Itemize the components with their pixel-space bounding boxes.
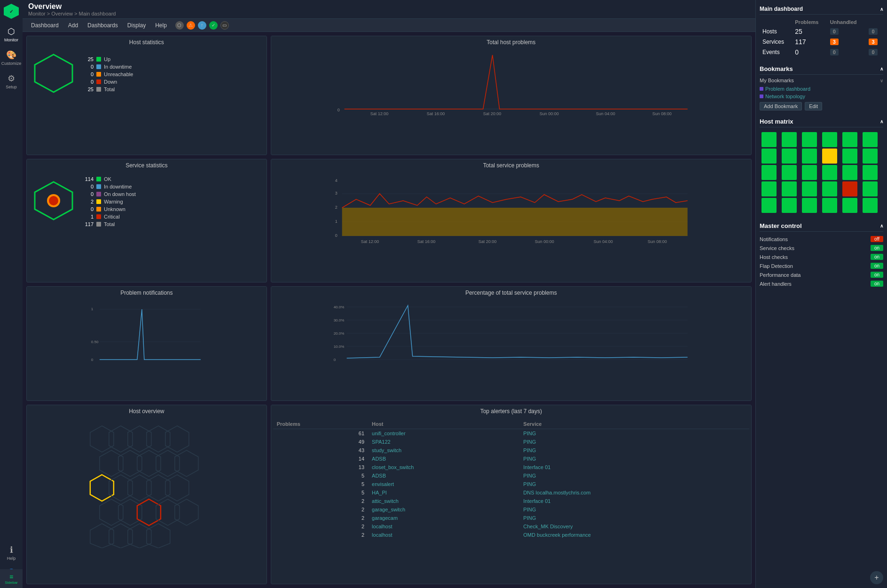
alerter-service[interactable]: DNS localha.mostlychris.com xyxy=(519,488,749,497)
matrix-cell[interactable] xyxy=(782,165,797,180)
nav-icon-2[interactable]: ⚠ xyxy=(187,21,195,30)
menu-help[interactable]: Help xyxy=(150,20,172,31)
host-stat-total: 25 Total xyxy=(82,86,133,93)
control-toggle[interactable]: off xyxy=(871,236,883,242)
matrix-cell[interactable] xyxy=(863,149,878,164)
logo-area[interactable]: ✓ xyxy=(2,2,21,21)
nav-icon-3[interactable]: ↑ xyxy=(198,21,206,30)
alerter-row: 2 garage_switch PING xyxy=(273,505,749,514)
matrix-cell[interactable] xyxy=(822,132,837,147)
nav-icon-1[interactable]: ⬡ xyxy=(175,21,184,30)
alerter-host[interactable]: HA_PI xyxy=(368,488,519,497)
matrix-cell[interactable] xyxy=(761,165,777,180)
nav-icon-4[interactable]: ✓ xyxy=(209,21,218,30)
matrix-cell[interactable] xyxy=(822,181,837,196)
matrix-cell[interactable] xyxy=(761,181,777,196)
alerter-row: 5 envisalert PING xyxy=(273,480,749,488)
menu-dashboard[interactable]: Dashboard xyxy=(26,20,63,31)
nav-icon-5[interactable]: ▭ xyxy=(220,21,229,30)
matrix-cell[interactable] xyxy=(761,132,777,147)
control-toggle[interactable]: on xyxy=(871,263,883,269)
alerters-tbody: 61 unifi_controller PING 49 SPA122 PING … xyxy=(273,429,749,539)
matrix-cell[interactable] xyxy=(802,165,817,180)
matrix-cell[interactable] xyxy=(802,181,817,196)
matrix-cell[interactable] xyxy=(863,181,878,196)
alerter-service[interactable]: OMD buckcreek performance xyxy=(519,531,749,539)
alerter-service[interactable]: Interface 01 xyxy=(519,497,749,505)
matrix-cell[interactable] xyxy=(842,198,857,213)
bookmark-problem-dashboard[interactable]: Problem dashboard xyxy=(760,85,883,93)
matrix-cell[interactable] xyxy=(802,132,817,147)
matrix-cell[interactable] xyxy=(802,149,817,164)
alerter-service[interactable]: PING xyxy=(519,480,749,488)
svg-marker-58 xyxy=(90,426,114,452)
alerter-service[interactable]: Interface 01 xyxy=(519,463,749,471)
alerter-service[interactable]: PING xyxy=(519,429,749,438)
bookmarks-dropdown-icon[interactable]: ∨ xyxy=(880,78,883,83)
control-row: Alert handlers on xyxy=(760,279,883,288)
alerter-service[interactable]: PING xyxy=(519,514,749,522)
host-matrix-chevron[interactable]: ∧ xyxy=(880,119,883,124)
host-stat-down: 0 Down xyxy=(82,78,133,86)
services-unhandled-badge: 3 xyxy=(869,39,877,45)
matrix-cell[interactable] xyxy=(761,198,777,213)
alerter-host[interactable]: unifi_controller xyxy=(368,429,519,438)
overview-chevron[interactable]: ∧ xyxy=(880,7,883,12)
service-stat-total: 117 Total xyxy=(82,220,136,228)
nav-item-setup[interactable]: ⚙ Setup xyxy=(0,70,23,93)
alerter-host[interactable]: ADSB xyxy=(368,455,519,463)
add-button[interactable]: + xyxy=(870,571,883,584)
alerter-host[interactable]: study_switch xyxy=(368,446,519,455)
matrix-cell[interactable] xyxy=(822,198,837,213)
nav-item-help[interactable]: ℹ Help xyxy=(0,541,23,564)
alerter-host[interactable]: garagecam xyxy=(368,514,519,522)
matrix-cell[interactable] xyxy=(842,132,857,147)
alerter-service[interactable]: PING xyxy=(519,471,749,480)
matrix-cell[interactable] xyxy=(782,149,797,164)
nav-item-customize[interactable]: 🎨 Customize xyxy=(0,46,23,70)
master-control-chevron[interactable]: ∧ xyxy=(880,223,883,228)
svg-marker-74 xyxy=(118,499,142,525)
bookmarks-chevron[interactable]: ∧ xyxy=(880,66,883,71)
matrix-cell[interactable] xyxy=(842,165,857,180)
master-control-rows: Notifications off Service checks on Host… xyxy=(760,235,883,288)
bookmark-network-topology[interactable]: Network topology xyxy=(760,93,883,100)
alerter-host[interactable]: ADSB xyxy=(368,471,519,480)
alerter-host[interactable]: attic_switch xyxy=(368,497,519,505)
alerter-host[interactable]: envisalert xyxy=(368,480,519,488)
svg-rect-21 xyxy=(342,208,687,236)
add-bookmark-button[interactable]: Add Bookmark xyxy=(760,102,802,110)
edit-bookmark-button[interactable]: Edit xyxy=(805,102,822,110)
matrix-cell[interactable] xyxy=(782,181,797,196)
control-toggle[interactable]: on xyxy=(871,272,883,278)
control-toggle[interactable]: on xyxy=(871,245,883,251)
matrix-cell[interactable] xyxy=(863,165,878,180)
matrix-cell[interactable] xyxy=(782,132,797,147)
matrix-cell[interactable] xyxy=(822,149,837,164)
control-toggle[interactable]: on xyxy=(871,281,883,287)
matrix-cell[interactable] xyxy=(863,198,878,213)
alerter-service[interactable]: PING xyxy=(519,446,749,455)
alerter-host[interactable]: localhost xyxy=(368,531,519,539)
matrix-cell[interactable] xyxy=(761,149,777,164)
menu-display[interactable]: Display xyxy=(123,20,150,31)
alerter-host[interactable]: SPA122 xyxy=(368,438,519,446)
alerter-service[interactable]: PING xyxy=(519,455,749,463)
matrix-cell[interactable] xyxy=(802,198,817,213)
control-toggle[interactable]: on xyxy=(871,254,883,260)
matrix-cell[interactable] xyxy=(822,165,837,180)
matrix-cell[interactable] xyxy=(842,181,857,196)
alerter-host[interactable]: localhost xyxy=(368,522,519,531)
alerter-service[interactable]: PING xyxy=(519,505,749,514)
matrix-cell[interactable] xyxy=(863,132,878,147)
nav-item-monitor[interactable]: ⬡ Monitor xyxy=(0,23,23,46)
alerter-service[interactable]: PING xyxy=(519,438,749,446)
matrix-cell[interactable] xyxy=(842,149,857,164)
matrix-cell[interactable] xyxy=(782,198,797,213)
alerter-host[interactable]: garage_switch xyxy=(368,505,519,514)
menu-dashboards[interactable]: Dashboards xyxy=(83,20,123,31)
menu-add[interactable]: Add xyxy=(63,20,83,31)
sidebar-toggle-button[interactable]: ≡ Sidebar xyxy=(5,573,18,585)
alerter-service[interactable]: Check_MK Discovery xyxy=(519,522,749,531)
alerter-host[interactable]: closet_box_switch xyxy=(368,463,519,471)
